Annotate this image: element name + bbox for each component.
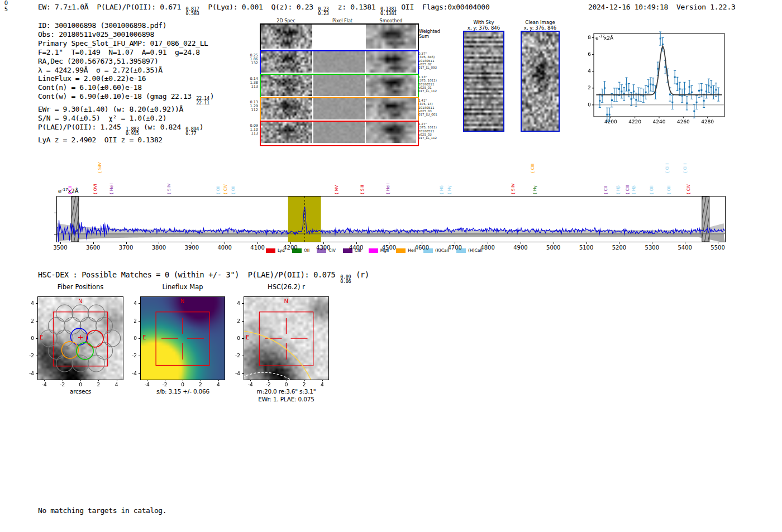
col-header-smoothed: Smoothed	[371, 18, 411, 23]
x-tick-mark	[356, 242, 357, 244]
hsc-title: HSC(26.2) r	[244, 283, 328, 291]
emission-line-label: { HeII	[109, 183, 114, 195]
map-y-tick-label: 2	[231, 318, 240, 324]
spec2d-cell-smoothed	[366, 51, 416, 73]
with-sky-image	[464, 32, 503, 131]
spec2d-cell-smoothed	[366, 75, 416, 96]
map-y-tick	[36, 373, 37, 374]
fiber-circle	[72, 305, 89, 322]
header-timestamp: 2024-12-16 10:49:18 Version 1.22.3	[588, 3, 735, 11]
map-x-tick	[322, 380, 323, 381]
x-tick-label: 4600	[412, 245, 431, 251]
text-segment: LyA z = 2.4902 OII z = 0.1382	[38, 136, 163, 144]
emission-line-label: { Hγ	[447, 186, 452, 195]
compass-north: N	[78, 298, 82, 304]
map-x-tick-label: 4	[213, 382, 224, 387]
header-stats: EW: 7.7±1.0Å P(LAE)/P(OII): 0.671 0.8170…	[38, 3, 489, 16]
spec2d-cell-smoothed	[366, 122, 416, 143]
compass-east: E	[40, 334, 43, 341]
emission-line-label: { Hβ	[631, 185, 636, 195]
hsc-caption-1: m:20.0 re:3.6" s:3.1"	[237, 388, 335, 395]
x-tick-label: 4300	[314, 245, 333, 251]
info-line: Obs: 20180511v025_3001006898	[38, 30, 214, 39]
emission-line-label: { SiII	[360, 185, 365, 195]
spec2d-right-labels: 1.41"(375, 14)20180511v025_03017_LU_001	[418, 99, 437, 116]
map-y-tick	[36, 338, 37, 339]
map-y-tick	[242, 356, 244, 356]
x-tick-mark	[60, 242, 61, 244]
map-y-tick	[242, 373, 244, 374]
lineflux-map-title: Lineflux Map	[141, 283, 225, 291]
spec2d-left-labels: 0.131.29112	[245, 100, 258, 113]
x-tick-mark	[389, 242, 389, 244]
map-x-tick	[183, 380, 183, 381]
map-y-tick	[139, 373, 140, 374]
x-tick-label: 4100	[248, 245, 267, 251]
fiber-positions-title: Fiber Positions	[38, 283, 123, 291]
lineflux-caption: s/b: 3.15 +/- 0.066	[134, 388, 232, 395]
info-line: LyA z = 2.4902 OII z = 0.1382	[38, 136, 214, 145]
legend-swatch	[266, 248, 275, 253]
text-segment: RA,Dec (200.567673,51.395897)	[38, 57, 158, 65]
x-tick-mark	[652, 242, 652, 244]
map-y-tick	[242, 321, 244, 322]
hsc-caption-2: EWr: 1. PLAE: 0.075	[237, 396, 335, 402]
weighted-sum-label: WeightedSum	[419, 29, 440, 39]
map-x-tick	[117, 380, 117, 381]
text-segment: Cont(n) = 6.10(±0.60)e-18	[38, 83, 142, 92]
spec2d-cell-pixelflat	[313, 75, 365, 96]
emission-line-label: { CIV	[223, 184, 228, 195]
x-tick-label: 4500	[379, 245, 398, 251]
map-x-tick-label: 0	[75, 382, 86, 387]
x-tick-mark	[554, 242, 554, 244]
map-y-tick-label: 4	[127, 300, 137, 306]
emission-line-label: { OVI	[93, 184, 98, 195]
weighted-fiber-circle	[61, 342, 78, 358]
info-line: F=2.1" T=0.149 N=1.07 A=0.91 g=24.8	[38, 48, 214, 57]
stacked-value: 0.13810.1381	[380, 7, 397, 16]
info-line: EWr = 9.30(±1.40) (w: 8.20(±0.92))Å	[38, 105, 214, 114]
info-line: P(LAE)/P(OII): 1.245 1.8830.915 (w: 0.82…	[38, 123, 214, 136]
x-tick-label: 5200	[609, 245, 628, 251]
map-x-tick	[304, 380, 305, 381]
line-fit-chart-canvas	[579, 29, 728, 130]
map-y-tick-label: -2	[127, 353, 137, 358]
info-line: LineFlux = 2.00(±0.22)e-16	[38, 74, 214, 83]
map-y-tick-label: 0	[25, 336, 34, 341]
weighted-fiber-circle	[87, 330, 103, 347]
map-x-tick	[268, 380, 269, 381]
x-tick-label: 4800	[478, 245, 497, 251]
report-datetime: 2024-12-16 10:49:18	[588, 3, 668, 11]
stacked-value: 0.8170.583	[185, 7, 199, 16]
map-y-tick-label: 4	[25, 300, 34, 306]
x-tick-mark	[685, 242, 685, 244]
text-segment: EW: 7.7±1.0Å	[38, 3, 97, 11]
fiber-circle	[48, 317, 65, 334]
map-x-tick	[201, 380, 201, 381]
emission-line-label: { SiIV	[511, 184, 516, 195]
text-segment: (r)	[351, 270, 369, 279]
map-y-tick	[139, 303, 140, 304]
x-tick-label: 4200	[281, 245, 300, 251]
text-segment: z: 0.1381	[330, 3, 380, 11]
fiber-circle	[48, 342, 65, 359]
map-y-tick	[139, 321, 140, 322]
emission-line-label: { HeII	[385, 183, 390, 195]
lineflux-map-overlay	[141, 297, 225, 380]
spec2d-left-labels: 0.251.86132	[245, 54, 258, 66]
info-line: RA,Dec (200.567673,51.395897)	[38, 57, 214, 66]
y-tick-mark	[54, 213, 56, 213]
emission-line-label: { SiIV	[166, 184, 171, 195]
spec2d-cell-2dspec	[261, 75, 312, 96]
map-x-tick-label: 0	[177, 382, 188, 387]
emission-line-label: { Hγ	[532, 186, 537, 195]
spec2d-cell-2dspec	[261, 98, 312, 119]
with-sky-title-text: With Sky	[457, 20, 511, 25]
x-tick-mark	[718, 242, 718, 244]
text-segment: (w: 0.824	[140, 123, 185, 131]
emission-line-label: { Hβ	[616, 185, 621, 195]
spec2d-cell-2dspec	[261, 51, 312, 73]
dashed-ellipse-arc	[244, 372, 316, 380]
compass-north: N	[284, 298, 288, 304]
x-tick-label: 3700	[117, 245, 136, 251]
